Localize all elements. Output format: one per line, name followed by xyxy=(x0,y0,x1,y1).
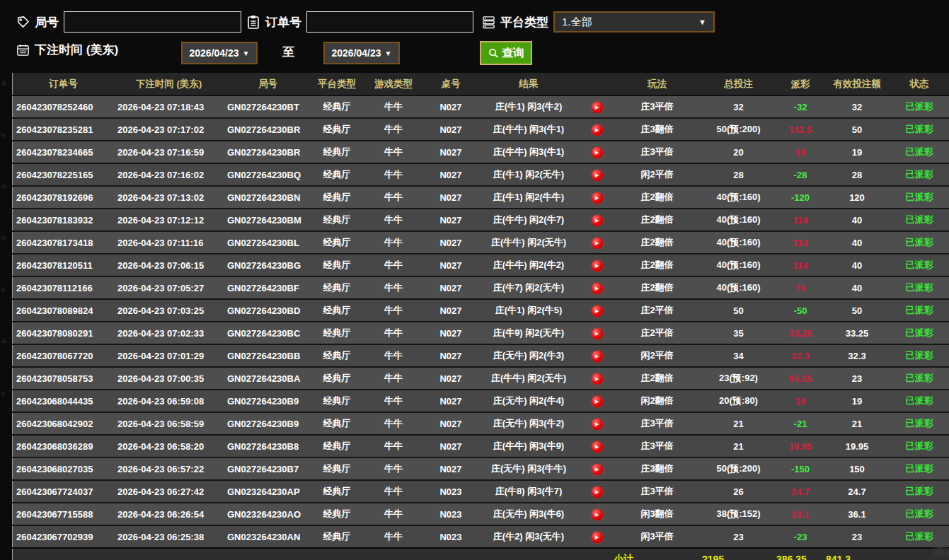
bet-time-cell: 2026-04-23 06:58:59 xyxy=(114,412,224,435)
col-order: 订单号 xyxy=(13,73,115,95)
result-cell: 庄(牛牛) 闲2(无牛) xyxy=(476,231,581,254)
replay-cell: ▶ xyxy=(581,412,613,435)
table-row: 260423078089824 2026-04-23 07:03:25 GN02… xyxy=(13,299,949,322)
total-bet-cell: 40(预:160) xyxy=(701,276,776,299)
col-result: 结果 xyxy=(476,73,581,95)
play-type-cell: 庄2翻倍 xyxy=(613,231,701,254)
platform-type-selected-value: 1.全部 xyxy=(562,16,592,29)
play-type-cell: 闲3平倍 xyxy=(613,525,701,548)
play-icon[interactable]: ▶ xyxy=(592,441,603,453)
subtotal-label: 小计 xyxy=(613,548,701,560)
play-icon[interactable]: ▶ xyxy=(592,419,603,430)
valid-bet-cell: 40 xyxy=(825,231,889,254)
table-row: 260423078058753 2026-04-23 07:00:35 GN02… xyxy=(13,367,949,390)
col-game-type: 游戏类型 xyxy=(362,73,425,95)
round-number-cell: GN027264230B7 xyxy=(224,457,312,480)
play-type-cell: 庄3平倍 xyxy=(613,141,701,163)
play-icon[interactable]: ▶ xyxy=(592,283,603,294)
play-icon[interactable]: ▶ xyxy=(592,170,603,181)
round-number-cell: GN027264230BN xyxy=(224,186,312,209)
status-cell: 已派彩 xyxy=(889,480,949,503)
game-type-cell: 牛牛 xyxy=(362,95,425,118)
bet-time-cell: 2026-04-23 07:17:02 xyxy=(114,118,224,141)
result-cell: 庄(无牛) 闲3(牛2) xyxy=(476,412,581,435)
game-type-cell: 牛牛 xyxy=(362,480,425,503)
round-number-cell: GN023264230AO xyxy=(224,503,312,525)
order-number-cell: 260423067724037 xyxy=(13,480,115,503)
valid-bet-cell: 19 xyxy=(825,390,889,412)
date-to-group: 2026/04/23 ▼ xyxy=(323,42,400,64)
play-icon[interactable]: ▶ xyxy=(592,373,603,385)
payout-cell: -23 xyxy=(776,525,825,548)
play-icon[interactable]: ▶ xyxy=(592,532,603,543)
status-cell: 已派彩 xyxy=(889,231,949,254)
payout-cell: -120 xyxy=(776,186,825,209)
order-number-cell: 260423068027035 xyxy=(13,457,115,480)
activate-watermark: 激活 xyxy=(933,544,949,557)
play-icon[interactable]: ▶ xyxy=(592,305,603,317)
result-cell: 庄(牛牛) 闲2(牛7) xyxy=(476,209,581,231)
bet-time-cell: 2026-04-23 06:26:54 xyxy=(114,503,224,525)
play-icon[interactable]: ▶ xyxy=(592,102,603,113)
total-bet-cell: 38(预:152) xyxy=(701,503,776,525)
date-to-picker[interactable]: 2026/04/23 ▼ xyxy=(323,42,400,64)
order-number-cell: 260423078192696 xyxy=(13,186,115,209)
order-number-cell: 260423067715588 xyxy=(13,503,115,525)
replay-cell: ▶ xyxy=(581,95,613,118)
order-number-cell: 260423068042902 xyxy=(13,412,115,435)
play-type-cell: 闲2平倍 xyxy=(613,163,701,186)
query-button[interactable]: 查询 xyxy=(480,41,532,65)
valid-bet-cell: 40 xyxy=(825,254,889,276)
play-icon[interactable]: ▶ xyxy=(592,192,603,204)
play-icon[interactable]: ▶ xyxy=(592,215,603,226)
play-icon[interactable]: ▶ xyxy=(592,396,603,407)
play-icon[interactable]: ▶ xyxy=(592,351,603,362)
play-icon[interactable]: ▶ xyxy=(592,509,603,520)
table-row: 260423068027035 2026-04-23 06:57:22 GN02… xyxy=(13,457,949,480)
platform-type-cell: 经典厅 xyxy=(312,141,362,163)
replay-cell: ▶ xyxy=(581,503,613,525)
result-cell: 庄(牛8) 闲3(牛7) xyxy=(476,480,581,503)
play-type-cell: 庄2平倍 xyxy=(613,322,701,344)
query-button-label: 查询 xyxy=(502,46,524,61)
game-type-cell: 牛牛 xyxy=(362,209,425,231)
bet-time-cell: 2026-04-23 06:25:38 xyxy=(114,525,224,548)
payout-cell: 114 xyxy=(776,209,825,231)
play-icon[interactable]: ▶ xyxy=(592,124,603,136)
date-from-picker[interactable]: 2026/04/23 ▼ xyxy=(181,42,258,64)
status-cell: 已派彩 xyxy=(889,276,949,299)
col-bet-time: 下注时间 (美东) xyxy=(114,73,224,95)
status-cell: 已派彩 xyxy=(889,367,949,390)
play-type-cell: 庄2平倍 xyxy=(613,299,701,322)
table-number-cell: N027 xyxy=(425,163,476,186)
platform-type-cell: 经典厅 xyxy=(312,503,362,525)
result-cell: 庄(牛牛) 闲3(牛1) xyxy=(476,141,581,163)
round-number-cell: GN027264230BC xyxy=(224,322,312,344)
table-number-cell: N027 xyxy=(425,344,476,367)
status-cell: 已派彩 xyxy=(889,344,949,367)
col-replay xyxy=(581,73,613,95)
order-number-input[interactable] xyxy=(306,11,473,33)
round-number-input[interactable] xyxy=(64,11,241,33)
play-icon[interactable]: ▶ xyxy=(592,260,603,272)
round-number-cell: GN023264230AP xyxy=(224,480,312,503)
table-number-cell: N027 xyxy=(425,141,476,163)
play-type-cell: 庄3平倍 xyxy=(613,95,701,118)
subtotal-row: 小计 2195 386.35 841.3 xyxy=(13,548,949,560)
col-platform: 平台类型 xyxy=(312,73,362,95)
play-icon[interactable]: ▶ xyxy=(592,486,603,498)
play-icon[interactable]: ▶ xyxy=(592,328,603,339)
result-cell: 庄(牛牛) 闲2(牛2) xyxy=(476,254,581,276)
play-icon[interactable]: ▶ xyxy=(592,464,603,475)
table-row: 260423078112166 2026-04-23 07:05:27 GN02… xyxy=(13,276,949,299)
play-icon[interactable]: ▶ xyxy=(592,238,603,249)
bet-time-label: 下注时间 (美东) xyxy=(35,42,118,58)
game-type-cell: 牛牛 xyxy=(362,141,425,163)
result-cell: 庄(牛1) 闲2(无牛) xyxy=(476,163,581,186)
replay-cell: ▶ xyxy=(581,299,613,322)
subtotal-payout: 386.35 xyxy=(776,548,825,560)
platform-type-select[interactable]: 1.全部 ▼ xyxy=(553,11,715,33)
result-cell: 庄(无牛) 闲3(牛牛) xyxy=(476,457,581,480)
play-icon[interactable]: ▶ xyxy=(592,147,603,158)
table-row: 260423078173418 2026-04-23 07:11:16 GN02… xyxy=(13,231,949,254)
